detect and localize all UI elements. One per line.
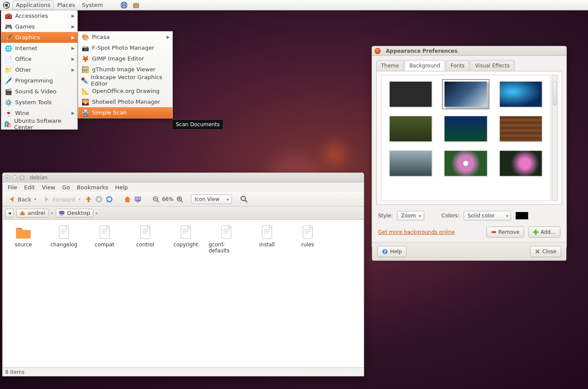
zoom-out-button[interactable]	[152, 195, 160, 204]
app-icon: 📁	[4, 66, 13, 74]
file-item[interactable]: gconf-defaults	[209, 224, 244, 254]
tab-visual-effects[interactable]: Visual Effects	[470, 60, 514, 71]
bg-thumb[interactable]	[389, 116, 432, 142]
menu-item-internet[interactable]: 🌐Internet▶	[1, 43, 77, 54]
graphics-submenu: 🎨Picasa▶📷F-Spot Photo Manager🦊GIMP Image…	[78, 31, 173, 118]
colors-select[interactable]: Solid color	[464, 211, 511, 220]
color-swatch[interactable]	[515, 212, 528, 220]
menu-item-accessories[interactable]: 🧰Accessories▶	[1, 10, 77, 21]
reload-button[interactable]	[105, 195, 114, 204]
menu-item-picasa[interactable]: 🎨Picasa▶	[78, 32, 172, 42]
panel-menu-applications[interactable]: Applications	[13, 0, 54, 10]
fm-menu-go[interactable]: Go	[59, 183, 73, 191]
menu-item-gthumb-image-viewer[interactable]: 🖼️gThumb Image Viewer	[78, 64, 172, 75]
app-icon: ✒️	[81, 76, 89, 85]
view-mode-select[interactable]: Icon View	[191, 194, 232, 204]
fm-toolbar: Back ▾ Forward ▾ 66% Icon View	[3, 192, 364, 207]
menu-item-ubuntu-software-center[interactable]: 🛍️Ubuntu Software Center	[1, 118, 77, 129]
desktop-icon	[59, 210, 65, 216]
fm-content[interactable]: sourcechangelogcompatcontrolcopyrightgco…	[3, 220, 363, 367]
file-label: copyright	[174, 242, 198, 248]
file-item[interactable]: compat	[87, 224, 122, 254]
menu-item-programming[interactable]: 🖊️Programming	[1, 75, 77, 86]
svg-rect-24	[492, 231, 496, 233]
file-item[interactable]: changelog	[46, 224, 82, 254]
bg-thumb[interactable]	[444, 150, 487, 176]
ap-titlebar[interactable]: Appearance Preferences	[372, 46, 566, 56]
menu-item-openoffice-org-drawing[interactable]: 📐OpenOffice.org Drawing	[78, 86, 172, 96]
fm-menu-bookmarks[interactable]: Bookmarks	[73, 183, 112, 191]
tab-fonts[interactable]: Fonts	[446, 60, 469, 71]
computer-button[interactable]	[133, 195, 142, 204]
bg-thumb[interactable]	[499, 116, 542, 142]
menu-item-sound-video[interactable]: 🎬Sound & Video	[1, 86, 77, 97]
tab-background[interactable]: Background	[404, 60, 445, 71]
close-icon[interactable]: ×	[5, 175, 10, 180]
forward-button[interactable]: Forward ▾	[40, 194, 83, 205]
ap-title: Appearance Preferences	[386, 48, 458, 54]
menu-item-wine[interactable]: 🍷Wine▶	[1, 108, 77, 118]
svg-rect-15	[59, 211, 64, 214]
menu-item-office[interactable]: 📄Office▶	[1, 54, 77, 64]
file-label: gconf-defaults	[209, 242, 244, 254]
up-button[interactable]	[84, 195, 93, 204]
menu-item-f-spot-photo-manager[interactable]: 📷F-Spot Photo Manager	[78, 42, 172, 53]
menu-item-system-tools[interactable]: ⚙️System Tools	[1, 97, 77, 108]
tray-browser-icon[interactable]	[119, 1, 129, 10]
menu-item-games[interactable]: 🎮Games▶	[1, 21, 77, 32]
close-icon[interactable]	[375, 48, 381, 54]
panel-menu-places[interactable]: Places	[54, 0, 78, 10]
menu-item-shotwell-photo-manager[interactable]: 🌄Shotwell Photo Manager	[78, 96, 172, 107]
home-button[interactable]	[123, 195, 132, 204]
remove-button[interactable]: Remove	[486, 226, 524, 238]
path-history-button[interactable]: ◂	[5, 209, 14, 217]
fm-menu-edit[interactable]: Edit	[21, 183, 38, 191]
svg-text:?: ?	[384, 249, 386, 254]
tab-theme[interactable]: Theme	[376, 60, 404, 71]
stop-button[interactable]	[95, 195, 103, 204]
menu-item-inkscape-vector-graphics-editor[interactable]: ✒️Inkscape Vector Graphics Editor	[78, 75, 172, 86]
maximize-icon[interactable]: □	[19, 175, 25, 180]
fm-menu-help[interactable]: Help	[111, 183, 131, 191]
file-item[interactable]: source	[6, 224, 41, 254]
app-icon: 🛍️	[4, 120, 12, 128]
menu-item-simple-scan[interactable]: 🖨️Simple Scan	[78, 107, 172, 118]
back-button[interactable]: Back ▾	[5, 194, 38, 205]
fm-menu-file[interactable]: File	[4, 183, 21, 191]
file-label: install	[259, 242, 275, 248]
file-label: source	[15, 242, 32, 248]
help-button[interactable]: ? Help	[377, 246, 407, 257]
bg-thumb[interactable]	[444, 116, 487, 142]
bg-thumb[interactable]	[499, 81, 542, 107]
file-item[interactable]: rules	[290, 224, 325, 254]
scrollbar[interactable]	[552, 75, 558, 201]
close-button[interactable]: Close	[530, 246, 561, 257]
breadcrumb-home[interactable]: andrei	[16, 209, 48, 217]
file-icon	[299, 224, 316, 240]
fm-menu-view[interactable]: View	[38, 183, 59, 191]
back-arrow-icon	[7, 195, 16, 204]
minimize-icon[interactable]: –	[12, 175, 17, 180]
menu-item-graphics[interactable]: 🖌️Graphics▶	[1, 32, 77, 43]
bg-thumb[interactable]	[499, 150, 542, 176]
svg-rect-16	[60, 215, 63, 216]
app-icon: 🌐	[4, 44, 13, 53]
file-item[interactable]: control	[127, 224, 163, 254]
menu-item-other[interactable]: 📁Other▶	[1, 64, 77, 75]
breadcrumb-desktop[interactable]: Desktop	[56, 209, 93, 217]
menu-item-gimp-image-editor[interactable]: 🦊GIMP Image Editor	[78, 53, 172, 64]
zoom-in-button[interactable]	[175, 195, 184, 204]
more-backgrounds-link[interactable]: Get more backgrounds online	[378, 229, 455, 235]
search-button[interactable]	[240, 195, 248, 204]
bg-thumb[interactable]	[444, 81, 487, 107]
fm-titlebar[interactable]: × – □ debian	[3, 173, 364, 182]
file-item[interactable]: install	[249, 224, 285, 254]
bg-thumb[interactable]	[389, 150, 432, 176]
tray-app-icon[interactable]	[131, 1, 141, 10]
add-button[interactable]: Add...	[528, 226, 560, 238]
file-item[interactable]: copyright	[168, 224, 203, 254]
style-select[interactable]: Zoom	[397, 211, 424, 220]
app-icon: 🖨️	[81, 108, 89, 117]
bg-thumb[interactable]	[389, 81, 432, 107]
panel-menu-system[interactable]: System	[79, 0, 106, 10]
